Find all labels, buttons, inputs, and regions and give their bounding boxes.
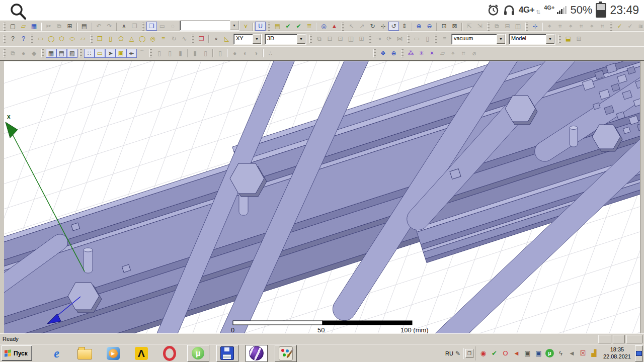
hemisphere-b-icon[interactable]: ◑ — [251, 49, 261, 58]
shading-icon[interactable]: ▨ — [67, 49, 77, 58]
pan-view-icon[interactable]: ⊹ — [378, 22, 388, 31]
cs-move-icon[interactable]: ✳ — [416, 49, 427, 58]
draw-cylinder-icon[interactable]: ▯ — [105, 34, 116, 43]
undo-operation-icon[interactable]: ▯ — [154, 49, 165, 58]
ansys-button[interactable]: Λ — [131, 345, 152, 361]
dynamic-zoom-icon[interactable]: ⇕ — [399, 22, 410, 31]
usb-eject-tray-icon[interactable]: ✔ — [490, 349, 499, 357]
toolbar-grip[interactable] — [3, 23, 6, 31]
toolbar-grip[interactable] — [487, 23, 490, 31]
solid-view-icon[interactable]: ❒ — [146, 22, 157, 31]
zoom-out-icon[interactable]: ⊖ — [424, 22, 435, 31]
section-icon[interactable]: ▯ — [422, 34, 433, 43]
delete-body-icon[interactable]: ▮ — [175, 49, 186, 58]
file-explorer-button[interactable] — [74, 345, 96, 361]
model-display-icon[interactable]: ❖ — [378, 49, 388, 58]
toolbar-grip[interactable] — [435, 35, 437, 43]
print-icon[interactable]: ▤ — [79, 22, 90, 31]
copy-icon[interactable]: ⧉ — [54, 22, 64, 31]
display-tray-icon[interactable]: ▣ — [523, 349, 532, 357]
hfss-window-button[interactable] — [246, 345, 268, 362]
measure-icon[interactable]: ∧ — [119, 22, 129, 31]
combo-dropdown-icon[interactable]: ▼ — [253, 34, 261, 44]
save-session-button[interactable] — [216, 345, 238, 362]
draw-box-icon[interactable]: ❒ — [95, 34, 105, 43]
separate-body-icon[interactable]: ▯ — [215, 49, 225, 58]
toolbar-grip[interactable] — [41, 49, 44, 57]
snap-center-icon[interactable]: ▣ — [116, 49, 126, 58]
draw-plane-icon[interactable]: ◺ — [221, 34, 232, 43]
undo-icon[interactable]: ↶ — [94, 22, 104, 31]
select-object-icon[interactable]: ↖ — [346, 22, 357, 31]
cut-icon[interactable]: ✂ — [43, 22, 54, 31]
help-doc-icon[interactable]: ? — [8, 34, 18, 43]
tray-expand-button[interactable]: ❐ — [465, 349, 473, 358]
new-file-icon[interactable]: ▢ — [8, 22, 18, 31]
flip-view-icon[interactable]: ◫ — [513, 22, 523, 31]
group-box-icon[interactable]: ◆ — [29, 49, 39, 58]
draw-polygon-icon[interactable]: ⬡ — [56, 34, 67, 43]
grid-visibility-icon[interactable]: ▦ — [46, 49, 56, 58]
spin-view-icon[interactable]: ↺ — [388, 22, 399, 31]
delete-cs-icon[interactable]: ⌀ — [469, 49, 479, 58]
combo-dropdown-icon[interactable]: ▼ — [546, 34, 554, 44]
language-indicator[interactable]: RU — [443, 350, 455, 356]
draw-ellipse-icon[interactable]: ⬭ — [67, 34, 77, 43]
fit-all-icon[interactable]: ⊠ — [449, 22, 460, 31]
window-cascade-icon[interactable]: ❐ — [129, 22, 140, 31]
optimetrics-icon[interactable]: ≣ — [304, 22, 314, 31]
toolbar-grip[interactable] — [3, 35, 6, 43]
utorrent-tray-icon[interactable]: µ — [545, 349, 554, 357]
select-face-icon[interactable]: ↗ — [357, 22, 367, 31]
orientation-sphere-icon[interactable]: ⊕ — [388, 49, 399, 58]
edge-cs-icon[interactable]: ⌗ — [576, 22, 587, 31]
wcs-axes-icon[interactable]: ⁂ — [406, 49, 416, 58]
coordinate-system-icon[interactable]: ⊹ — [530, 22, 540, 31]
model-canvas[interactable]: x 0 50 100 (mm) — [4, 61, 640, 334]
imprint-icon[interactable]: ⊞ — [356, 34, 367, 43]
show-body-icon[interactable]: ▯ — [200, 49, 211, 58]
toolbar-grip[interactable] — [90, 35, 93, 43]
validation-check-icon[interactable]: ▤ — [272, 22, 283, 31]
combo-dropdown-icon[interactable]: ▼ — [230, 21, 238, 30]
cover-surface-icon[interactable]: ▭ — [412, 34, 422, 43]
draw-bondwire-icon[interactable]: ❒ — [196, 34, 207, 43]
whats-this-icon[interactable]: ? — [18, 34, 29, 43]
taskbar-clock[interactable]: 18:35 22.08.2021 — [601, 346, 635, 360]
toolbar-grip[interactable] — [3, 49, 6, 57]
edit-cs-icon[interactable]: ⌗ — [458, 49, 469, 58]
zoom-in-icon[interactable]: ⊕ — [414, 22, 424, 31]
view-mode-combo[interactable]: 3D▼ — [265, 34, 306, 44]
search-icon[interactable] — [8, 2, 28, 20]
snap-grid-icon[interactable]: ∷ — [84, 49, 95, 58]
toolbar-grip[interactable] — [407, 35, 410, 43]
delete-operation-icon[interactable]: ▯ — [165, 49, 175, 58]
snap-quadrant-icon[interactable]: ↞ — [126, 49, 137, 58]
face-cs2-icon[interactable]: ⌖ — [448, 49, 458, 58]
toolbar-grip[interactable] — [558, 35, 561, 43]
sweep-icon[interactable]: ≡ — [439, 34, 450, 43]
macro-icon[interactable]: ≋ — [635, 22, 644, 31]
redo-icon[interactable]: ↷ — [104, 22, 115, 31]
sphere-visibility-icon[interactable]: ● — [229, 49, 240, 58]
history-combo[interactable]: ▼ — [180, 20, 239, 31]
snap-mode-icon[interactable]: ✓ — [625, 22, 635, 31]
draw-coil-icon[interactable]: ≡ — [158, 34, 169, 43]
toolbar-grip[interactable] — [401, 49, 404, 57]
pen-input-icon[interactable]: ✎ — [455, 350, 460, 357]
boundary-display-icon[interactable]: U — [255, 22, 266, 31]
toolbar-grip[interactable] — [309, 35, 312, 43]
paste-icon[interactable]: ⊞ — [64, 22, 75, 31]
subtract-icon[interactable]: ⊟ — [325, 34, 335, 43]
snap-arc-icon[interactable]: ⌒ — [137, 49, 147, 58]
view-orientation-icon[interactable]: ⇲ — [474, 22, 485, 31]
toolbar-grip[interactable] — [149, 49, 152, 57]
hide-view-icon[interactable]: ◌ — [168, 22, 178, 31]
analyze-all-icon[interactable]: ✔ — [293, 22, 304, 31]
relative-cs-icon[interactable]: ⌖ — [544, 22, 555, 31]
drawing-plane-combo[interactable]: XY▼ — [233, 34, 262, 44]
utorrent-button[interactable]: µ — [187, 345, 209, 362]
toolbar-grip[interactable] — [79, 49, 82, 57]
open-file-icon[interactable]: ▱ — [18, 22, 29, 31]
draw-region-icon[interactable]: ▱ — [77, 34, 88, 43]
